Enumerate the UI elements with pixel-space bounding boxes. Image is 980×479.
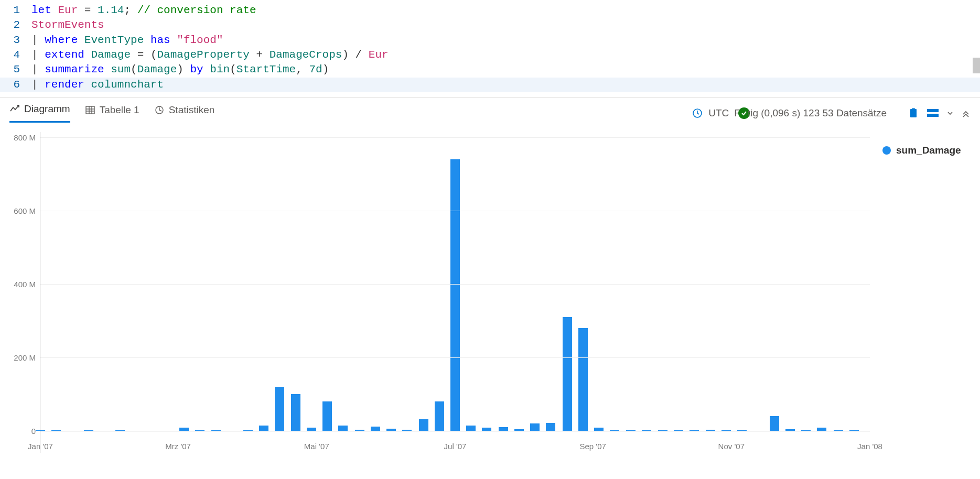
tab-stats[interactable]: Statistiken xyxy=(154,104,215,122)
x-tick: Jan '08 xyxy=(857,442,882,451)
y-tick: 600 M xyxy=(14,206,36,215)
chart-bar[interactable] xyxy=(371,427,380,431)
layout-dropdown[interactable] xyxy=(946,110,954,117)
chart-bar[interactable] xyxy=(435,401,444,431)
collapse-button[interactable] xyxy=(961,108,971,118)
tab-diagram[interactable]: Diagramm xyxy=(9,103,70,123)
line-number: 5 xyxy=(0,62,31,77)
code-editor[interactable]: 1let Eur = 1.14; // conversion rate2Stor… xyxy=(0,0,980,98)
clipboard-button[interactable] xyxy=(908,107,919,119)
x-tick: Jan '07 xyxy=(28,442,53,451)
code-content[interactable]: | extend Damage = (DamageProperty + Dama… xyxy=(31,48,389,62)
code-content[interactable]: | where EventType has "flood" xyxy=(31,33,223,48)
svg-rect-9 xyxy=(927,109,939,112)
code-line[interactable]: 6| render columnchart xyxy=(0,78,980,92)
legend-swatch xyxy=(882,146,891,155)
svg-rect-0 xyxy=(86,106,94,114)
chart-bar[interactable] xyxy=(499,427,508,431)
tab-diagram-label: Diagramm xyxy=(24,103,70,115)
legend-item[interactable]: sum_Damage xyxy=(882,145,975,156)
y-tick: 200 M xyxy=(14,353,36,362)
legend-label: sum_Damage xyxy=(896,145,961,156)
code-content[interactable]: let Eur = 1.14; // conversion rate xyxy=(31,3,256,18)
chart-bar[interactable] xyxy=(563,317,572,431)
line-number: 1 xyxy=(0,3,31,18)
tab-table-label: Tabelle 1 xyxy=(100,104,139,116)
chart-plot[interactable]: Jan '07Mrz '07Mai '07Jul '07Sep '07Nov '… xyxy=(40,132,870,453)
line-number: 3 xyxy=(0,33,31,48)
chart-area: 0200 M400 M600 M800 M Jan '07Mrz '07Mai … xyxy=(0,123,980,458)
svg-rect-8 xyxy=(912,108,915,110)
tab-table[interactable]: Tabelle 1 xyxy=(85,104,139,122)
results-toolbar: Diagramm Tabelle 1 Statistiken UTC F tig… xyxy=(0,98,980,123)
line-number: 6 xyxy=(0,78,31,92)
chart-legend: sum_Damage xyxy=(870,132,975,453)
chart-bar[interactable] xyxy=(578,328,588,431)
y-tick: 400 M xyxy=(14,280,36,289)
code-line[interactable]: 2StormEvents xyxy=(0,18,980,32)
code-line[interactable]: 1let Eur = 1.14; // conversion rate xyxy=(0,3,980,18)
x-tick: Nov '07 xyxy=(718,442,745,451)
chart-bar[interactable] xyxy=(338,426,348,431)
code-line[interactable]: 5| summarize sum(Damage) by bin(StartTim… xyxy=(0,62,980,77)
clock-icon xyxy=(692,107,703,119)
y-axis: 0200 M400 M600 M800 M xyxy=(10,132,40,453)
code-content[interactable]: StormEvents xyxy=(31,18,104,32)
chart-bar[interactable] xyxy=(770,416,779,431)
chart-bar[interactable] xyxy=(450,159,460,431)
chart-bar[interactable] xyxy=(259,426,268,431)
x-tick: Mrz '07 xyxy=(165,442,191,451)
x-tick: Jul '07 xyxy=(444,442,467,451)
code-line[interactable]: 3| where EventType has "flood" xyxy=(0,33,980,48)
code-content[interactable]: | render columnchart xyxy=(31,78,164,92)
status-fertig-post: tig (0,096 s) 123 53 Datensätze xyxy=(748,107,887,119)
chart-bar[interactable] xyxy=(419,419,428,431)
chart-bar[interactable] xyxy=(322,401,332,431)
layout-button[interactable] xyxy=(927,107,939,119)
y-tick: 800 M xyxy=(14,133,36,142)
line-number: 4 xyxy=(0,48,31,62)
minimap-marker[interactable] xyxy=(973,58,980,73)
code-content[interactable]: | summarize sum(Damage) by bin(StartTime… xyxy=(31,62,329,77)
chart-bar[interactable] xyxy=(546,423,555,431)
chart-icon xyxy=(9,104,20,114)
line-number: 2 xyxy=(0,18,31,32)
y-tick: 0 xyxy=(31,427,36,436)
svg-rect-10 xyxy=(927,114,939,117)
x-tick: Sep '07 xyxy=(579,442,606,451)
chart-bar[interactable] xyxy=(466,426,476,431)
x-tick: Mai '07 xyxy=(304,442,329,451)
table-icon xyxy=(85,105,95,115)
svg-rect-7 xyxy=(910,109,917,117)
tab-stats-label: Statistiken xyxy=(169,104,215,116)
status-fertig-wrap: F tig (0,096 s) 123 53 Datensätze xyxy=(734,107,887,119)
chart-bar[interactable] xyxy=(275,387,284,431)
status-utc: UTC xyxy=(708,107,729,119)
stats-icon xyxy=(154,105,165,115)
chart-bar[interactable] xyxy=(530,423,540,431)
x-axis: Jan '07Mrz '07Mai '07Jul '07Sep '07Nov '… xyxy=(40,437,870,453)
status-area: UTC F tig (0,096 s) 123 53 Datensätze xyxy=(692,107,887,119)
code-line[interactable]: 4| extend Damage = (DamageProperty + Dam… xyxy=(0,48,980,62)
chart-bar[interactable] xyxy=(291,394,300,431)
